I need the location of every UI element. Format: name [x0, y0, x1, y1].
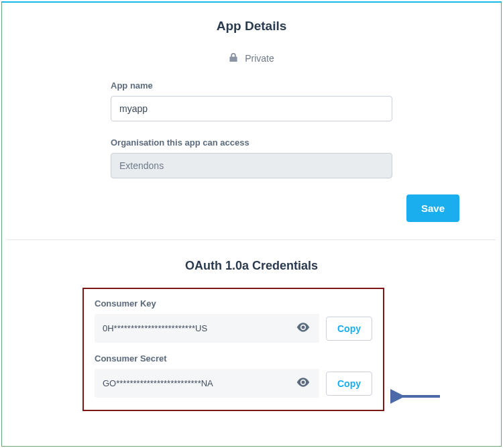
privacy-label: Private [245, 53, 274, 64]
consumer-key-value: 0H************************US [95, 314, 319, 343]
consumer-secret-label: Consumer Secret [95, 353, 372, 363]
lock-icon [229, 52, 238, 64]
eye-icon [296, 323, 310, 334]
save-button[interactable]: Save [406, 194, 459, 222]
reveal-consumer-secret-button[interactable] [295, 376, 311, 390]
app-form: App name Organisation this app can acces… [111, 80, 392, 178]
app-name-label: App name [111, 80, 392, 91]
consumer-secret-field: Consumer Secret GO**********************… [95, 353, 372, 398]
eye-icon [296, 378, 310, 389]
org-input: Extendons [111, 153, 392, 178]
consumer-key-label: Consumer Key [95, 298, 372, 309]
consumer-secret-value: GO*************************NA [95, 369, 319, 398]
copy-consumer-key-button[interactable]: Copy [326, 317, 372, 341]
consumer-secret-text: GO*************************NA [103, 378, 213, 388]
credentials-box: Consumer Key 0H************************U… [82, 288, 384, 411]
consumer-key-text: 0H************************US [103, 323, 207, 333]
org-field: Organisation this app can access Extendo… [111, 137, 392, 178]
consumer-key-field: Consumer Key 0H************************U… [95, 298, 372, 343]
section-divider [7, 239, 496, 240]
save-row: Save [44, 194, 459, 222]
org-label: Organisation this app can access [111, 137, 392, 148]
app-name-input[interactable] [111, 96, 392, 121]
reveal-consumer-key-button[interactable] [295, 321, 311, 335]
page-title: App Details [2, 19, 501, 34]
copy-consumer-secret-button[interactable]: Copy [326, 372, 372, 396]
app-details-panel: App Details Private App name Organisatio… [1, 1, 502, 447]
privacy-indicator: Private [2, 52, 501, 64]
credentials-title: OAuth 1.0a Credentials [2, 259, 501, 273]
app-name-field: App name [111, 80, 392, 121]
